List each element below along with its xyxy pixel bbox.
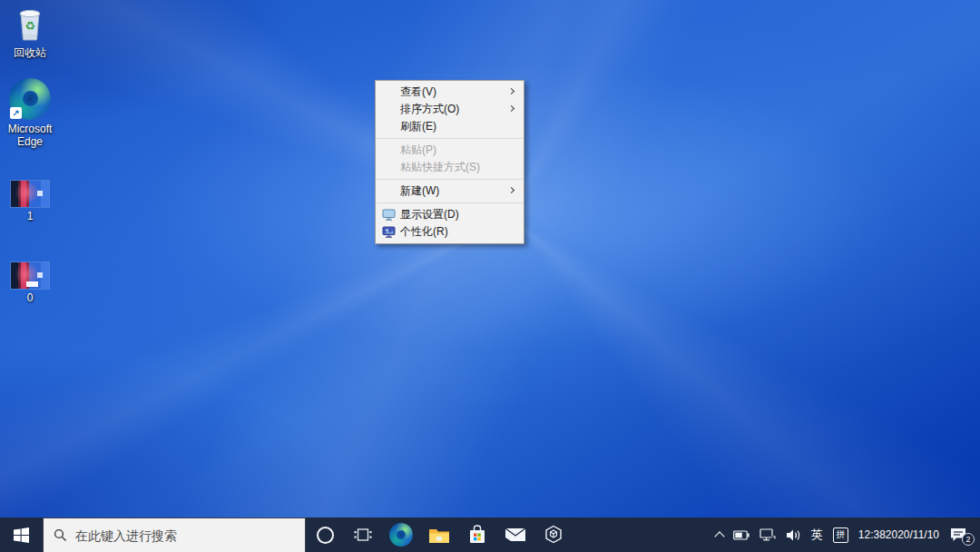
network-tray-button[interactable] [760, 528, 776, 541]
ime-language-indicator[interactable]: 英 [811, 527, 823, 543]
menu-item-personalize[interactable]: 个性化(R) [376, 223, 524, 241]
desktop-icon-label: 1 [27, 210, 34, 222]
display-settings-icon [382, 209, 396, 221]
menu-separator [377, 202, 523, 203]
menu-separator [377, 138, 523, 139]
thumbnail-logo-detail [37, 191, 43, 196]
menu-separator [377, 179, 523, 180]
clock-time: 12:38 [858, 528, 886, 541]
speaker-icon [786, 528, 801, 542]
show-hidden-icons-button[interactable] [716, 529, 723, 540]
menu-item-label: 排序方式(O) [400, 102, 459, 117]
mail-button[interactable] [496, 518, 534, 552]
menu-item-new[interactable]: 新建(W) [376, 182, 524, 200]
action-center-button[interactable]: 2 [949, 527, 971, 543]
menu-item-label: 个性化(R) [400, 224, 448, 240]
shortcut-arrow-icon: ↗ [10, 107, 22, 119]
wallpaper-light-beams [0, 0, 980, 518]
menu-item-display-settings[interactable]: 显示设置(D) [376, 206, 524, 223]
desktop-context-menu: 查看(V) 排序方式(O) 刷新(E) 粘贴(P) 粘贴快捷方式(S) 新建(W… [375, 80, 524, 244]
edge-icon [389, 523, 413, 547]
system-tray: 英 拼 12:38 2020/11/10 2 [710, 518, 980, 552]
file-explorer-button[interactable] [420, 518, 458, 552]
menu-item-paste[interactable]: 粘贴(P) [376, 142, 524, 159]
edge-label-line1: Microsoft [8, 123, 53, 135]
search-input[interactable] [75, 528, 295, 543]
start-button[interactable] [0, 518, 43, 552]
hexagon-cube-icon [544, 525, 564, 545]
personalization-icon [382, 226, 396, 238]
desktop-icon-image-0[interactable]: 0 [0, 262, 60, 304]
taskbar: 英 拼 12:38 2020/11/10 2 [0, 518, 980, 552]
store-icon [467, 525, 487, 545]
edge-label-line2: Edge [17, 135, 43, 148]
submenu-chevron-icon [508, 88, 514, 94]
image-thumbnail [11, 262, 49, 289]
taskbar-clock[interactable]: 12:38 2020/11/10 [858, 528, 939, 541]
pinyin-ime-icon: 拼 [833, 527, 848, 543]
edge-taskbar-button[interactable] [382, 518, 420, 552]
recycle-bin-icon: ♻ [13, 5, 47, 44]
cortana-icon [317, 527, 334, 544]
search-icon [54, 528, 67, 542]
image-thumbnail [11, 181, 49, 207]
desktop-wallpaper[interactable] [0, 0, 980, 518]
menu-item-paste-shortcut[interactable]: 粘贴快捷方式(S) [376, 159, 524, 176]
menu-item-label: 粘贴快捷方式(S) [400, 160, 480, 175]
file-explorer-icon [428, 527, 450, 544]
menu-item-label: 显示设置(D) [400, 207, 459, 222]
menu-item-view[interactable]: 查看(V) [376, 84, 524, 101]
thumbnail-logo-detail [37, 272, 43, 278]
menu-item-label: 新建(W) [400, 183, 439, 199]
menu-item-sort-by[interactable]: 排序方式(O) [376, 101, 524, 118]
windows-logo-icon [14, 527, 29, 543]
desktop-icon-image-1[interactable]: 1 [0, 181, 60, 222]
desktop-icon-recycle-bin[interactable]: ♻ 回收站 [0, 5, 60, 59]
microsoft-store-button[interactable] [458, 518, 496, 552]
svg-text:♻: ♻ [24, 19, 35, 33]
volume-tray-button[interactable] [786, 528, 801, 542]
desktop-icon-label: Microsoft Edge [8, 123, 53, 148]
menu-item-label: 查看(V) [400, 84, 436, 100]
desktop-icon-microsoft-edge[interactable]: ↗ Microsoft Edge [0, 78, 60, 148]
ime-mode-button[interactable]: 拼 [833, 527, 848, 543]
clock-date: 2020/11/10 [886, 528, 939, 541]
ethernet-network-icon [760, 528, 776, 541]
taskbar-search[interactable] [43, 518, 306, 552]
security-app-button[interactable] [534, 518, 573, 552]
cortana-button[interactable] [306, 518, 344, 552]
menu-item-refresh[interactable]: 刷新(E) [376, 118, 524, 135]
thumbnail-bar-detail [26, 281, 38, 287]
desktop-icon-label: 回收站 [14, 46, 46, 59]
battery-icon [733, 530, 750, 540]
chevron-up-icon [714, 531, 724, 541]
notification-count-badge: 2 [962, 533, 975, 546]
submenu-chevron-icon [508, 105, 514, 112]
task-view-button[interactable] [344, 518, 382, 552]
task-view-icon [354, 527, 372, 543]
desktop-icon-label: 0 [27, 291, 34, 304]
menu-item-label: 刷新(E) [400, 119, 436, 134]
mail-icon [505, 527, 526, 543]
submenu-chevron-icon [508, 187, 514, 193]
battery-tray-button[interactable] [733, 530, 750, 540]
menu-item-label: 粘贴(P) [400, 143, 436, 158]
